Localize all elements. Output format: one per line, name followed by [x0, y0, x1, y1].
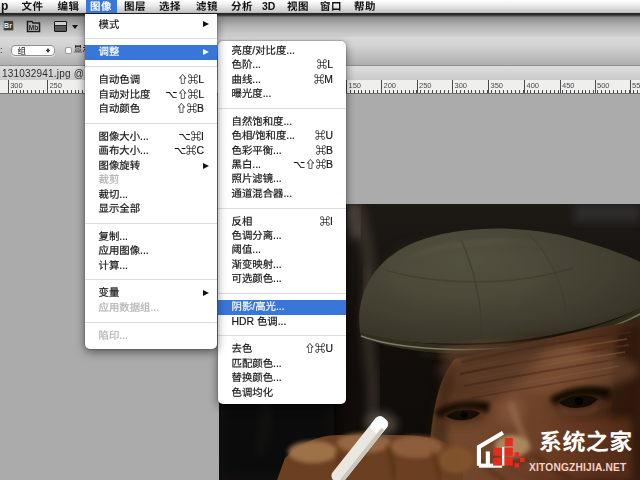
svg-text:Mb: Mb — [29, 23, 38, 30]
